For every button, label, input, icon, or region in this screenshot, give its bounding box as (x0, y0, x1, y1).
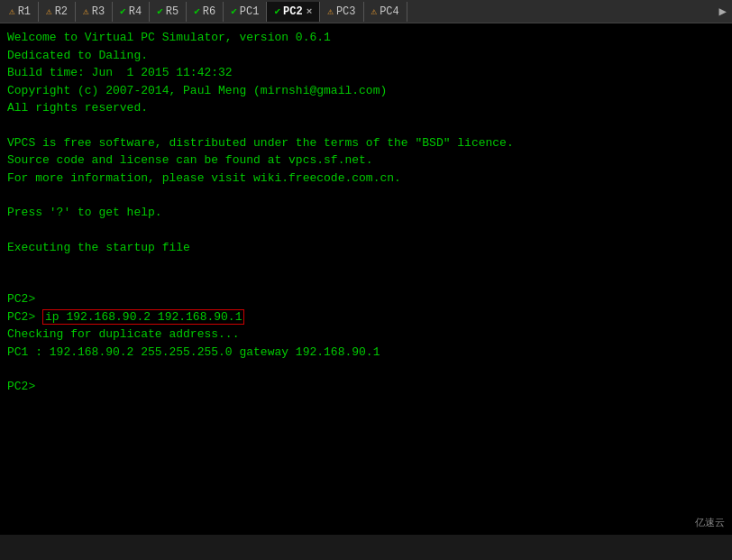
terminal-line-19 (7, 361, 725, 378)
terminal-line-6: VPCS is free software, distributed under… (7, 134, 725, 152)
tab-pc3[interactable]: ⚠PC3 (320, 2, 363, 22)
tab-label-r4: R4 (129, 5, 142, 18)
tab-label-pc1: PC1 (240, 5, 260, 18)
warning-icon: ⚠ (327, 5, 334, 17)
warning-icon: ⚠ (46, 5, 52, 17)
tab-scroll-right[interactable]: ▶ (716, 4, 730, 19)
warning-icon: ⚠ (9, 5, 15, 17)
tab-r5[interactable]: ✔R5 (150, 2, 187, 22)
terminal-line-15: PC2> (7, 290, 725, 308)
warning-icon: ⚠ (371, 5, 378, 17)
terminal-line-0: Welcome to Virtual PC Simulator, version… (7, 29, 725, 47)
terminal-line-20: PC2> (7, 378, 725, 396)
tab-pc1[interactable]: ✔PC1 (224, 2, 267, 22)
tab-label-r2: R2 (55, 5, 68, 18)
ok-icon: ✔ (231, 5, 237, 17)
terminal-line-11 (7, 222, 725, 239)
tab-label-r5: R5 (166, 5, 178, 18)
terminal-line-4: All rights reserved. (7, 99, 725, 117)
warning-icon: ⚠ (83, 5, 89, 17)
ok-icon: ✔ (157, 5, 163, 17)
tab-label-pc3: PC3 (336, 5, 356, 18)
tab-label-r1: R1 (18, 5, 31, 18)
tab-label-pc4: PC4 (380, 5, 399, 18)
highlighted-command: ip 192.168.90.2 192.168.90.1 (42, 309, 244, 325)
terminal-line-9 (7, 187, 725, 204)
ok-icon: ✔ (120, 5, 126, 17)
tab-label-pc2: PC2 (283, 5, 303, 18)
terminal-line-3: Copyright (c) 2007-2014, Paul Meng (mirn… (7, 82, 725, 100)
terminal-line-2: Build time: Jun 1 2015 11:42:32 (7, 64, 725, 82)
tab-pc4[interactable]: ⚠PC4 (364, 2, 407, 22)
terminal-line-13 (7, 256, 725, 273)
terminal-line-10: Press '?' to get help. (7, 204, 725, 222)
terminal-line-14 (7, 273, 725, 290)
tab-pc2[interactable]: ✔PC2× (267, 2, 320, 22)
terminal-line-16: PC2> ip 192.168.90.2 192.168.90.1 (7, 308, 725, 326)
tab-r3[interactable]: ⚠R3 (76, 2, 113, 22)
tab-close-pc2[interactable]: × (307, 6, 313, 17)
terminal-line-18: PC1 : 192.168.90.2 255.255.255.0 gateway… (7, 344, 725, 362)
ok-icon: ✔ (194, 5, 200, 17)
terminal-line-5 (7, 117, 725, 134)
tab-r2[interactable]: ⚠R2 (39, 2, 76, 22)
terminal-line-12: Executing the startup file (7, 239, 725, 257)
tab-bar: ⚠R1⚠R2⚠R3✔R4✔R5✔R6✔PC1✔PC2×⚠PC3⚠PC4▶ (0, 0, 732, 23)
ok-icon: ✔ (274, 5, 280, 17)
tab-r6[interactable]: ✔R6 (187, 2, 224, 22)
tab-label-r6: R6 (203, 5, 215, 18)
terminal-line-7: Source code and license can be found at … (7, 151, 725, 170)
tab-label-r3: R3 (92, 5, 105, 18)
terminal-line-17: Checking for duplicate address... (7, 326, 725, 344)
terminal-line-1: Dedicated to Daling. (7, 47, 725, 65)
terminal-line-8: For more information, please visit wiki.… (7, 170, 725, 188)
tab-r4[interactable]: ✔R4 (113, 2, 150, 22)
watermark: 亿速云 (695, 516, 725, 529)
terminal[interactable]: Welcome to Virtual PC Simulator, version… (0, 23, 732, 535)
tab-r1[interactable]: ⚠R1 (2, 2, 39, 22)
